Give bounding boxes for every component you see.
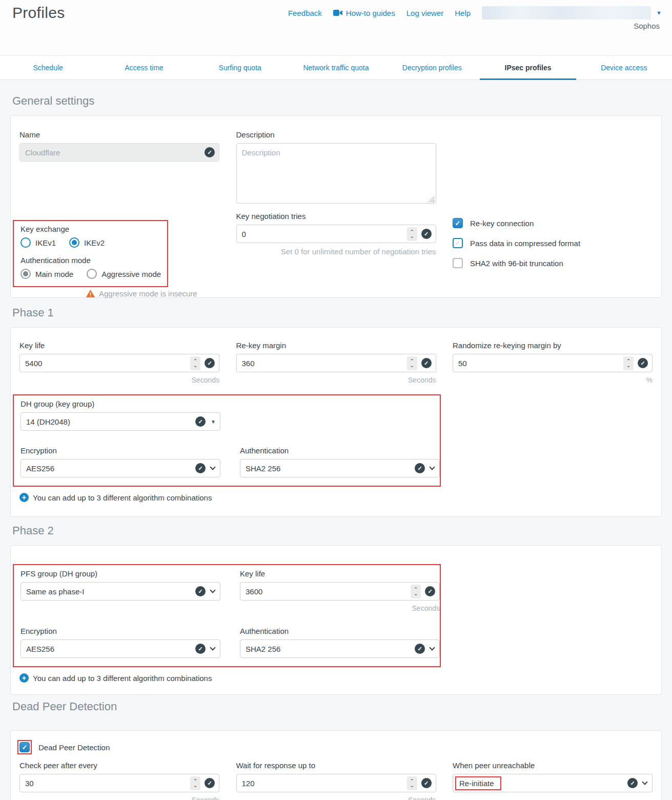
encryption-label: Encryption	[21, 627, 220, 635]
valid-check-icon	[638, 358, 648, 368]
number-spinner-icon[interactable]	[407, 356, 417, 370]
pfs-group-label: PFS group (DH group)	[21, 569, 220, 578]
pass-data-compressed-checkbox-row[interactable]: Pass data in compressed format	[453, 238, 653, 248]
tab-network-traffic-quota[interactable]: Network traffic quota	[288, 56, 384, 79]
dead-peer-detection-card: Dead Peer Detection Check peer after eve…	[10, 730, 662, 800]
header-links: Feedback How-to guides Log viewer Help ▼	[288, 6, 662, 19]
radio-selected-icon[interactable]	[21, 269, 31, 279]
radio-icon[interactable]	[87, 269, 97, 279]
radio-selected-icon[interactable]	[69, 237, 79, 248]
when-peer-unreachable-select[interactable]: Re-initiate	[453, 774, 653, 792]
sha2-truncation-checkbox-row[interactable]: SHA2 with 96-bit truncation	[453, 258, 653, 268]
reinitiate-highlight: Re-initiate	[455, 776, 501, 790]
general-settings-card: Name Description Key exchange IKEv1	[10, 115, 662, 298]
add-combination-icon[interactable]	[19, 673, 29, 683]
checkbox-checked-icon[interactable]	[453, 218, 463, 228]
tab-access-time[interactable]: Access time	[96, 56, 192, 79]
phase2-key-life-value[interactable]	[246, 587, 411, 596]
feedback-link[interactable]: Feedback	[288, 9, 322, 17]
valid-check-icon	[425, 586, 435, 596]
randomize-margin-input[interactable]	[453, 354, 653, 372]
valid-check-icon	[421, 358, 432, 368]
key-negotiation-tries-input[interactable]	[236, 225, 436, 243]
user-account-dropdown[interactable]	[482, 6, 651, 19]
chevron-down-icon	[642, 779, 647, 785]
check-peer-value[interactable]	[25, 779, 190, 788]
radio-main-mode[interactable]: Main mode	[21, 269, 73, 279]
rekey-connection-checkbox-row[interactable]: Re-key connection	[453, 218, 653, 228]
randomize-margin-unit: %	[453, 376, 653, 384]
tab-device-access[interactable]: Device access	[576, 56, 672, 79]
name-label: Name	[19, 130, 219, 139]
phase2-key-life-input[interactable]	[240, 582, 440, 601]
phase2-heading: Phase 2	[12, 524, 54, 537]
dead-peer-detection-heading: Dead Peer Detection	[12, 700, 117, 713]
key-negotiation-tries-label: Key negotiation tries	[236, 212, 436, 221]
key-life-unit: Seconds	[19, 376, 219, 384]
radio-ikev1[interactable]: IKEv1	[21, 237, 56, 248]
tab-surfing-quota[interactable]: Surfing quota	[192, 56, 288, 79]
phase1-note: You can add up to 3 different algorithm …	[33, 493, 212, 502]
authentication-select[interactable]: SHA2 256	[240, 459, 440, 477]
wait-response-input[interactable]	[236, 774, 436, 792]
caret-down-icon: ▼	[211, 419, 216, 425]
valid-check-icon	[415, 644, 425, 654]
rekey-margin-unit: Seconds	[236, 376, 436, 384]
valid-check-icon	[195, 416, 206, 427]
dpd-checkbox-highlight	[17, 740, 32, 754]
pfs-group-select[interactable]: Same as phase-I	[21, 582, 220, 601]
help-link[interactable]: Help	[455, 9, 471, 17]
checkbox-icon[interactable]	[453, 238, 463, 248]
phase2-algorithms-highlight: PFS group (DH group) Same as phase-I Key…	[13, 564, 441, 667]
key-life-input[interactable]	[19, 354, 219, 372]
number-spinner-icon[interactable]	[190, 356, 200, 370]
number-spinner-icon[interactable]	[407, 227, 417, 241]
chevron-down-icon	[429, 464, 435, 470]
number-spinner-icon[interactable]	[407, 776, 417, 790]
number-spinner-icon[interactable]	[411, 585, 421, 598]
checkbox-icon[interactable]	[453, 258, 463, 268]
checkbox-checked-icon[interactable]	[19, 742, 30, 752]
video-camera-icon	[333, 10, 342, 16]
description-textarea[interactable]	[236, 143, 436, 204]
encryption-select[interactable]: AES256	[21, 459, 220, 477]
page-title: Profiles	[12, 4, 65, 22]
tab-schedule[interactable]: Schedule	[0, 56, 96, 79]
rekey-margin-input[interactable]	[236, 354, 436, 372]
chevron-down-icon	[210, 587, 215, 593]
randomize-margin-value[interactable]	[458, 359, 623, 368]
radio-ikev2[interactable]: IKEv2	[69, 237, 105, 248]
number-spinner-icon[interactable]	[190, 776, 200, 790]
log-viewer-link[interactable]: Log viewer	[406, 9, 444, 17]
wait-response-label: Wait for response up to	[236, 761, 436, 770]
name-input	[19, 143, 219, 162]
profile-tabs: Schedule Access time Surfing quota Netwo…	[0, 55, 672, 80]
radio-aggressive-mode[interactable]: Aggressive mode	[87, 269, 161, 279]
valid-check-icon	[205, 358, 215, 368]
radio-icon[interactable]	[21, 237, 31, 248]
valid-check-icon	[415, 463, 425, 473]
caret-down-icon[interactable]: ▼	[656, 10, 662, 16]
rekey-margin-value[interactable]	[242, 359, 407, 368]
dead-peer-detection-toggle-row[interactable]: Dead Peer Detection	[19, 740, 653, 754]
authentication-select[interactable]: SHA2 256	[240, 639, 440, 658]
authentication-label: Authentication	[240, 627, 440, 635]
wait-response-value[interactable]	[242, 779, 407, 788]
chevron-down-icon	[210, 464, 215, 470]
tab-ipsec-profiles[interactable]: IPsec profiles	[480, 56, 576, 79]
check-peer-input[interactable]	[19, 774, 219, 792]
encryption-select[interactable]: AES256	[21, 639, 220, 658]
number-spinner-icon[interactable]	[623, 356, 634, 370]
dh-group-select[interactable]: 14 (DH2048) ▼	[21, 412, 220, 431]
howto-guides-link[interactable]: How-to guides	[333, 9, 395, 17]
rekey-margin-label: Re-key margin	[236, 341, 436, 350]
key-negotiation-tries-value[interactable]	[242, 230, 407, 238]
phase2-note: You can add up to 3 different algorithm …	[33, 674, 212, 683]
phase1-card: Key life Seconds Re-key margin Seconds R…	[10, 327, 662, 517]
key-life-value[interactable]	[25, 359, 190, 368]
sophos-logo: Sophos	[634, 22, 660, 30]
check-peer-label: Check peer after every	[19, 761, 219, 770]
encryption-label: Encryption	[21, 446, 220, 455]
tab-decryption-profiles[interactable]: Decryption profiles	[384, 56, 480, 79]
add-combination-icon[interactable]	[19, 493, 29, 502]
